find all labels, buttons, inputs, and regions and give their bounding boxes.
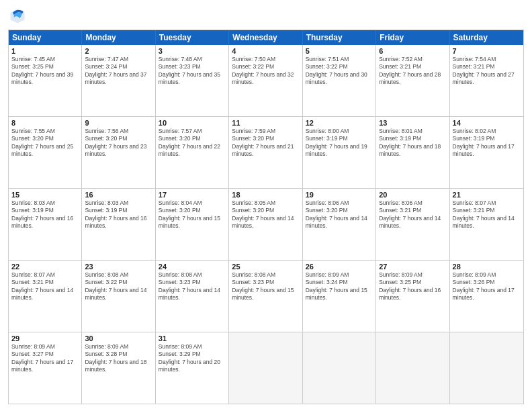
week-row-3: 15Sunrise: 8:03 AMSunset: 3:19 PMDayligh… bbox=[9, 188, 523, 260]
day-info: Sunrise: 7:47 AMSunset: 3:24 PMDaylight:… bbox=[85, 56, 152, 87]
day-cell-27: 27Sunrise: 8:09 AMSunset: 3:25 PMDayligh… bbox=[376, 261, 449, 332]
day-number: 3 bbox=[159, 47, 226, 55]
day-number: 6 bbox=[379, 47, 446, 55]
empty-cell bbox=[450, 332, 523, 404]
day-info: Sunrise: 8:03 AMSunset: 3:19 PMDaylight:… bbox=[11, 199, 79, 230]
day-number: 27 bbox=[379, 263, 446, 271]
day-cell-19: 19Sunrise: 8:06 AMSunset: 3:20 PMDayligh… bbox=[303, 189, 376, 260]
day-cell-6: 6Sunrise: 7:52 AMSunset: 3:21 PMDaylight… bbox=[376, 45, 449, 116]
week-row-5: 29Sunrise: 8:09 AMSunset: 3:27 PMDayligh… bbox=[9, 332, 523, 404]
day-number: 1 bbox=[11, 47, 79, 55]
day-info: Sunrise: 8:00 AMSunset: 3:19 PMDaylight:… bbox=[306, 128, 373, 158]
day-number: 11 bbox=[232, 119, 299, 127]
day-number: 4 bbox=[232, 47, 299, 55]
day-cell-8: 8Sunrise: 7:55 AMSunset: 3:20 PMDaylight… bbox=[9, 117, 82, 188]
day-info: Sunrise: 8:02 AMSunset: 3:19 PMDaylight:… bbox=[453, 128, 521, 158]
day-info: Sunrise: 8:09 AMSunset: 3:28 PMDaylight:… bbox=[85, 343, 152, 374]
day-cell-24: 24Sunrise: 8:08 AMSunset: 3:23 PMDayligh… bbox=[156, 261, 229, 332]
calendar-container: SundayMondayTuesdayWednesdayThursdayFrid… bbox=[0, 0, 532, 411]
header-sunday: Sunday bbox=[9, 30, 82, 45]
day-number: 12 bbox=[306, 119, 373, 127]
day-info: Sunrise: 8:09 AMSunset: 3:25 PMDaylight:… bbox=[379, 271, 446, 302]
day-info: Sunrise: 8:04 AMSunset: 3:20 PMDaylight:… bbox=[159, 199, 226, 230]
day-cell-15: 15Sunrise: 8:03 AMSunset: 3:19 PMDayligh… bbox=[9, 189, 82, 260]
day-number: 22 bbox=[11, 263, 79, 271]
day-number: 7 bbox=[453, 47, 521, 55]
day-cell-25: 25Sunrise: 8:08 AMSunset: 3:23 PMDayligh… bbox=[229, 261, 302, 332]
day-number: 15 bbox=[11, 191, 79, 199]
day-info: Sunrise: 8:03 AMSunset: 3:19 PMDaylight:… bbox=[85, 199, 152, 230]
day-cell-5: 5Sunrise: 7:51 AMSunset: 3:22 PMDaylight… bbox=[303, 45, 376, 116]
day-info: Sunrise: 8:08 AMSunset: 3:23 PMDaylight:… bbox=[159, 271, 226, 302]
day-cell-2: 2Sunrise: 7:47 AMSunset: 3:24 PMDaylight… bbox=[82, 45, 155, 116]
day-info: Sunrise: 8:06 AMSunset: 3:20 PMDaylight:… bbox=[306, 199, 373, 230]
day-cell-13: 13Sunrise: 8:01 AMSunset: 3:19 PMDayligh… bbox=[376, 117, 449, 188]
day-cell-3: 3Sunrise: 7:48 AMSunset: 3:23 PMDaylight… bbox=[156, 45, 229, 116]
header-wednesday: Wednesday bbox=[229, 30, 302, 45]
day-cell-18: 18Sunrise: 8:05 AMSunset: 3:20 PMDayligh… bbox=[229, 189, 302, 260]
calendar-header: SundayMondayTuesdayWednesdayThursdayFrid… bbox=[9, 30, 523, 45]
day-info: Sunrise: 7:45 AMSunset: 3:25 PMDaylight:… bbox=[11, 56, 79, 87]
day-cell-21: 21Sunrise: 8:07 AMSunset: 3:21 PMDayligh… bbox=[450, 189, 523, 260]
day-cell-22: 22Sunrise: 8:07 AMSunset: 3:21 PMDayligh… bbox=[9, 261, 82, 332]
day-number: 13 bbox=[379, 119, 446, 127]
day-number: 5 bbox=[306, 47, 373, 55]
day-number: 23 bbox=[85, 263, 152, 271]
week-row-1: 1Sunrise: 7:45 AMSunset: 3:25 PMDaylight… bbox=[9, 45, 523, 116]
logo bbox=[8, 7, 30, 26]
calendar: SundayMondayTuesdayWednesdayThursdayFrid… bbox=[8, 30, 524, 404]
day-info: Sunrise: 7:57 AMSunset: 3:20 PMDaylight:… bbox=[159, 128, 226, 158]
day-info: Sunrise: 7:51 AMSunset: 3:22 PMDaylight:… bbox=[306, 56, 373, 87]
empty-cell bbox=[376, 332, 449, 404]
day-info: Sunrise: 8:05 AMSunset: 3:20 PMDaylight:… bbox=[232, 199, 299, 230]
day-cell-23: 23Sunrise: 8:08 AMSunset: 3:22 PMDayligh… bbox=[82, 261, 155, 332]
day-number: 14 bbox=[453, 119, 521, 127]
day-cell-10: 10Sunrise: 7:57 AMSunset: 3:20 PMDayligh… bbox=[156, 117, 229, 188]
day-info: Sunrise: 8:09 AMSunset: 3:24 PMDaylight:… bbox=[306, 271, 373, 302]
day-number: 29 bbox=[11, 334, 79, 342]
empty-cell bbox=[303, 332, 376, 404]
day-number: 26 bbox=[306, 263, 373, 271]
day-cell-7: 7Sunrise: 7:54 AMSunset: 3:21 PMDaylight… bbox=[450, 45, 523, 116]
day-info: Sunrise: 8:09 AMSunset: 3:29 PMDaylight:… bbox=[159, 343, 226, 374]
header-friday: Friday bbox=[376, 30, 449, 45]
day-cell-14: 14Sunrise: 8:02 AMSunset: 3:19 PMDayligh… bbox=[450, 117, 523, 188]
day-number: 19 bbox=[306, 191, 373, 199]
day-cell-17: 17Sunrise: 8:04 AMSunset: 3:20 PMDayligh… bbox=[156, 189, 229, 260]
day-number: 21 bbox=[453, 191, 521, 199]
day-number: 28 bbox=[453, 263, 521, 271]
day-cell-9: 9Sunrise: 7:56 AMSunset: 3:20 PMDaylight… bbox=[82, 117, 155, 188]
day-cell-28: 28Sunrise: 8:09 AMSunset: 3:26 PMDayligh… bbox=[450, 261, 523, 332]
day-info: Sunrise: 7:55 AMSunset: 3:20 PMDaylight:… bbox=[11, 128, 79, 158]
day-info: Sunrise: 7:54 AMSunset: 3:21 PMDaylight:… bbox=[453, 56, 521, 87]
header-thursday: Thursday bbox=[303, 30, 376, 45]
day-number: 20 bbox=[379, 191, 446, 199]
header-monday: Monday bbox=[82, 30, 155, 45]
day-info: Sunrise: 8:07 AMSunset: 3:21 PMDaylight:… bbox=[453, 199, 521, 230]
day-info: Sunrise: 7:48 AMSunset: 3:23 PMDaylight:… bbox=[159, 56, 226, 87]
logo-icon bbox=[8, 7, 27, 26]
day-cell-26: 26Sunrise: 8:09 AMSunset: 3:24 PMDayligh… bbox=[303, 261, 376, 332]
day-info: Sunrise: 7:50 AMSunset: 3:22 PMDaylight:… bbox=[232, 56, 299, 87]
day-cell-16: 16Sunrise: 8:03 AMSunset: 3:19 PMDayligh… bbox=[82, 189, 155, 260]
header-tuesday: Tuesday bbox=[156, 30, 229, 45]
day-info: Sunrise: 8:08 AMSunset: 3:23 PMDaylight:… bbox=[232, 271, 299, 302]
day-number: 24 bbox=[159, 263, 226, 271]
day-info: Sunrise: 8:08 AMSunset: 3:22 PMDaylight:… bbox=[85, 271, 152, 302]
day-number: 2 bbox=[85, 47, 152, 55]
day-cell-30: 30Sunrise: 8:09 AMSunset: 3:28 PMDayligh… bbox=[82, 332, 155, 404]
day-cell-4: 4Sunrise: 7:50 AMSunset: 3:22 PMDaylight… bbox=[229, 45, 302, 116]
week-row-4: 22Sunrise: 8:07 AMSunset: 3:21 PMDayligh… bbox=[9, 260, 523, 332]
day-info: Sunrise: 7:56 AMSunset: 3:20 PMDaylight:… bbox=[85, 128, 152, 158]
day-info: Sunrise: 7:52 AMSunset: 3:21 PMDaylight:… bbox=[379, 56, 446, 87]
day-number: 16 bbox=[85, 191, 152, 199]
week-row-2: 8Sunrise: 7:55 AMSunset: 3:20 PMDaylight… bbox=[9, 116, 523, 188]
day-number: 9 bbox=[85, 119, 152, 127]
day-cell-29: 29Sunrise: 8:09 AMSunset: 3:27 PMDayligh… bbox=[9, 332, 82, 404]
day-cell-20: 20Sunrise: 8:06 AMSunset: 3:21 PMDayligh… bbox=[376, 189, 449, 260]
empty-cell bbox=[229, 332, 302, 404]
day-number: 31 bbox=[159, 334, 226, 342]
day-number: 30 bbox=[85, 334, 152, 342]
header bbox=[8, 7, 524, 26]
day-info: Sunrise: 8:07 AMSunset: 3:21 PMDaylight:… bbox=[11, 271, 79, 302]
